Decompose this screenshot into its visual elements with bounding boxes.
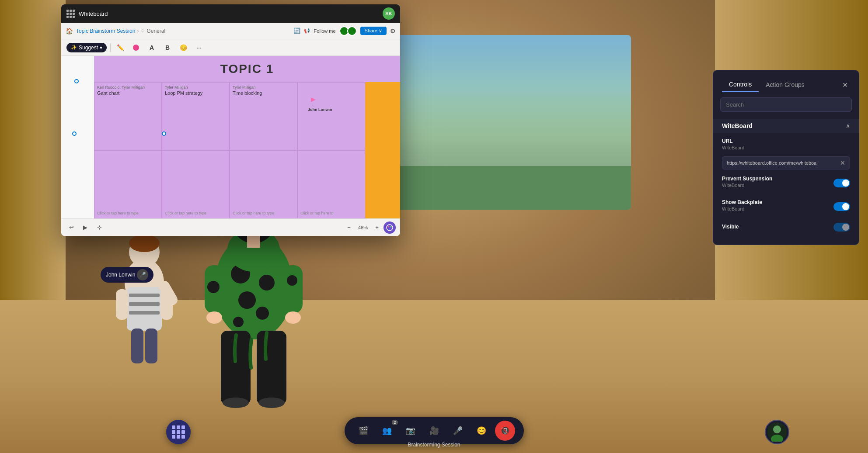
sticky-notes-grid: Ken Ruocolo, Tyler Milligan Gant chart T…: [94, 82, 365, 218]
sticky-placeholder-6: Click or tap here to type: [233, 211, 294, 215]
svg-point-15: [238, 291, 256, 309]
bold-tool[interactable]: B: [161, 41, 174, 54]
taskbar-screen-button[interactable]: 🎬: [353, 421, 373, 441]
avatar-small: [109, 217, 179, 366]
sticky-note-3[interactable]: ▶ John Lonwin: [297, 82, 365, 150]
refresh-icon[interactable]: 🔄: [293, 28, 300, 34]
vr-environment: John Lonwin 🎤 Whiteboard SK 🏠 Topic Brai…: [0, 0, 868, 453]
circle-tool[interactable]: [130, 41, 142, 54]
toggle-thumb-2: [842, 203, 849, 210]
svg-rect-4: [129, 294, 160, 297]
taskbar-emoji-button[interactable]: 😊: [471, 421, 492, 441]
follow-me-icon[interactable]: 📢: [304, 28, 310, 34]
tab-action-groups[interactable]: Action Groups: [759, 78, 812, 92]
orange-block: [365, 56, 400, 236]
emoji-tool[interactable]: 😊: [177, 41, 189, 54]
zoom-controls: − 48% + ⧉: [343, 222, 396, 233]
panel-search-input[interactable]: Search: [720, 97, 852, 112]
cursor-user-label: John Lonwin: [304, 107, 336, 113]
backplate-label: Show Backplate: [722, 199, 833, 205]
whiteboard-window: Whiteboard SK 🏠 Topic Brainstorm Session…: [61, 4, 400, 236]
svg-point-34: [390, 226, 392, 227]
more-tool[interactable]: ···: [193, 41, 205, 54]
sticky-note-5[interactable]: Click or tap here to type: [162, 150, 230, 218]
sticky-note-4[interactable]: Click or tap here to type: [94, 150, 162, 218]
wb-titlebar: Whiteboard SK: [61, 4, 400, 23]
toolbar-separator: [110, 43, 111, 52]
svg-point-27: [285, 311, 301, 324]
controls-panel: Controls Action Groups ✕ Search WiteBoar…: [713, 70, 859, 245]
toggle-prevent-info: Prevent Suspension WiteBoard: [722, 176, 833, 190]
share-button[interactable]: Share ∨: [360, 27, 387, 35]
toggle-backplate-info: Show Backplate WiteBoard: [722, 199, 833, 214]
sticky-note-6[interactable]: Click or tap here to type: [230, 150, 297, 218]
follow-me-label[interactable]: Follow me: [314, 28, 335, 34]
toggle-thumb-3: [842, 224, 849, 231]
user-avatar-button[interactable]: [765, 420, 789, 444]
sticky-author-1: Tyler Milligan: [165, 85, 227, 90]
url-value: https://whiteboard.office.com/me/whitebo…: [727, 160, 837, 166]
select-button[interactable]: ⊹: [94, 222, 105, 233]
tab-controls[interactable]: Controls: [722, 77, 759, 92]
settings-icon[interactable]: ⚙: [390, 28, 396, 35]
sticky-placeholder-7: Click or tap here to: [300, 211, 362, 215]
toggle-show-backplate: Show Backplate WiteBoard: [713, 195, 859, 218]
url-clear-button[interactable]: ✕: [840, 159, 845, 166]
visible-label: Visible: [722, 224, 833, 230]
wb-canvas[interactable]: TOPIC 1 Ken Ruocolo, Tyler Milligan Gant…: [61, 56, 400, 236]
toggle-prevent-suspension: Prevent Suspension WiteBoard: [713, 171, 859, 195]
show-backplate-toggle[interactable]: [833, 202, 850, 211]
sticky-placeholder-4: Click or tap here to type: [97, 211, 159, 215]
section-header[interactable]: WiteBoard ∧: [713, 119, 859, 133]
sticky-note-7[interactable]: Click or tap here to: [297, 150, 365, 218]
wb-session-name[interactable]: Topic Brainstorm Session: [76, 28, 135, 34]
svg-point-35: [389, 228, 390, 229]
suggest-dropdown: ▾: [100, 45, 102, 51]
handle-tr[interactable]: [72, 131, 77, 136]
svg-point-26: [206, 311, 222, 324]
text-tool[interactable]: A: [146, 41, 158, 54]
wb-breadcrumb-sub: General: [146, 28, 165, 34]
svg-point-2: [129, 235, 160, 252]
taskbar-mute-button[interactable]: 🎤: [448, 421, 468, 441]
svg-rect-11: [145, 329, 157, 363]
sticky-note-2[interactable]: Tyler Milligan Time blocking: [230, 82, 297, 150]
apps-grid-dots: [172, 425, 185, 439]
svg-point-30: [223, 398, 249, 408]
handle-tl[interactable]: [162, 131, 166, 136]
handle-br[interactable]: [74, 79, 79, 83]
svg-rect-23: [283, 265, 303, 313]
sticky-note-1[interactable]: Tyler Milligan Loop PM strategy: [162, 82, 230, 150]
svg-point-16: [256, 307, 269, 320]
suggest-tool[interactable]: ✨ Suggest ▾: [66, 43, 107, 52]
svg-point-31: [258, 398, 285, 408]
prevent-label: Prevent Suspension: [722, 176, 833, 182]
zoom-in-button[interactable]: +: [371, 222, 383, 233]
prevent-sublabel: WiteBoard: [722, 183, 833, 188]
suggest-label: Suggest: [79, 45, 98, 51]
visible-toggle[interactable]: [833, 223, 850, 232]
apps-menu-button[interactable]: [166, 420, 191, 444]
toggle-visible-info: Visible: [722, 224, 833, 231]
wb-app-title: Whiteboard: [79, 10, 108, 17]
palette-button[interactable]: [383, 221, 396, 234]
sticky-note-0[interactable]: Ken Ruocolo, Tyler Milligan Gant chart: [94, 82, 162, 150]
undo-button[interactable]: ↩: [66, 222, 77, 233]
taskbar-video-button[interactable]: 🎥: [424, 421, 444, 441]
svg-point-25: [287, 275, 297, 286]
apps-grid-icon[interactable]: [66, 10, 74, 17]
svg-rect-29: [257, 331, 286, 405]
wb-right-controls: 🔄 📢 Follow me Share ∨ ⚙: [293, 26, 396, 36]
zoom-out-button[interactable]: −: [343, 222, 355, 233]
topic-title: TOPIC 1: [220, 62, 274, 76]
panel-close-button[interactable]: ✕: [840, 80, 850, 90]
url-input-row[interactable]: https://whiteboard.office.com/me/whitebo…: [722, 156, 850, 169]
home-icon[interactable]: 🏠: [66, 28, 73, 35]
taskbar-people-button[interactable]: 👥 2: [377, 421, 397, 441]
pen-tool[interactable]: ✏️: [114, 41, 126, 54]
taskbar-camera-button[interactable]: 📷: [401, 421, 421, 441]
cursor-button[interactable]: ▶: [80, 222, 91, 233]
prevent-suspension-toggle[interactable]: [833, 179, 850, 187]
sticky-title-2: Time blocking: [233, 90, 294, 96]
taskbar-leave-button[interactable]: 📵: [495, 421, 515, 441]
